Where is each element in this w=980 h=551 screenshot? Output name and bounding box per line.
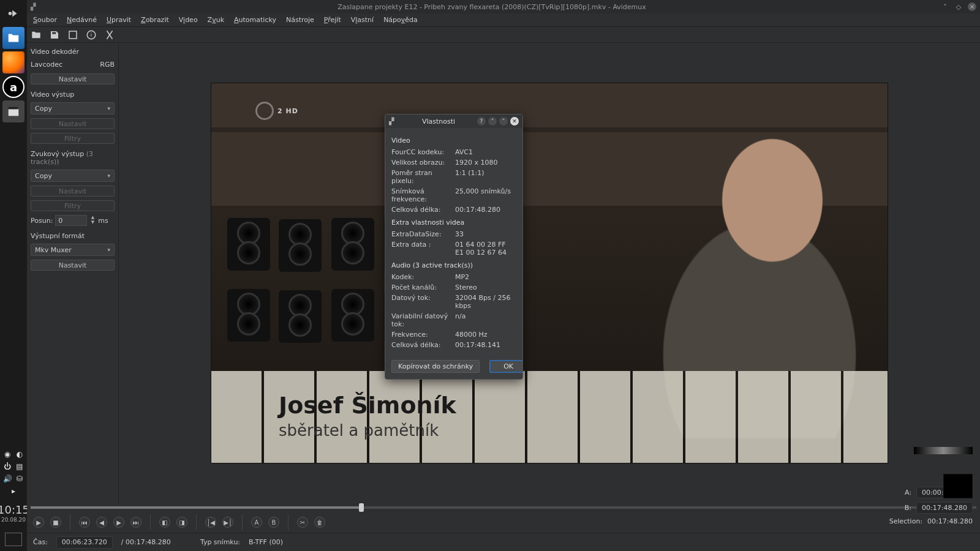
video-app-launcher[interactable] bbox=[2, 100, 24, 122]
delete-button[interactable]: 🗑 bbox=[314, 517, 325, 528]
timeline-handle[interactable] bbox=[359, 503, 364, 512]
video-decoder-title: Video dekodér bbox=[31, 48, 115, 56]
export-icon[interactable] bbox=[67, 29, 78, 40]
property-row: Kodek:MP2 bbox=[391, 272, 516, 282]
statusbar: Čas: 00:06:23.720 / 00:17:48.280 Typ sní… bbox=[27, 533, 980, 551]
output-format-configure-button[interactable]: Nastavit bbox=[31, 260, 115, 271]
property-key: Variabilní datový tok: bbox=[391, 311, 455, 329]
property-value: 48000 Hz bbox=[455, 329, 516, 340]
menu-nastroje[interactable]: Nástroje bbox=[282, 14, 318, 26]
disk-tray-icon[interactable]: ⛁ bbox=[15, 474, 24, 483]
go-end-button[interactable]: ▶│ bbox=[222, 517, 233, 528]
menu-soubor[interactable]: Soubor bbox=[29, 14, 61, 26]
property-key: Počet kanálů: bbox=[391, 282, 455, 293]
property-value: 1920 x 1080 bbox=[455, 157, 516, 168]
avidemux-launcher[interactable]: a bbox=[2, 76, 24, 98]
property-key: Frekvence: bbox=[391, 329, 455, 340]
taskbar-clock[interactable]: 10:15 20.08.20 bbox=[0, 503, 29, 524]
next-keyframe-button[interactable]: ⏭ bbox=[130, 517, 141, 528]
caption-role: sběratel a pamětník bbox=[279, 421, 456, 440]
window-titlebar[interactable]: ▞ Zaslapane projekty E12 - Pribeh zvany … bbox=[27, 0, 980, 13]
menu-nedavne[interactable]: Nedávné bbox=[63, 14, 100, 26]
menu-prejit[interactable]: Přejít bbox=[320, 14, 345, 26]
stop-button[interactable]: ■ bbox=[50, 517, 61, 528]
save-video-icon[interactable] bbox=[49, 29, 60, 40]
clipboard-tray-icon[interactable]: ▤ bbox=[15, 462, 24, 471]
shift-label: Posun: bbox=[31, 217, 53, 225]
audio-output-select[interactable]: Copy▾ bbox=[31, 170, 115, 182]
firefox-launcher[interactable] bbox=[2, 51, 24, 73]
open-file-icon[interactable] bbox=[31, 29, 42, 40]
frame-type-label: Typ snímku: bbox=[200, 538, 240, 546]
svg-rect-2 bbox=[52, 32, 56, 34]
next-frame-button[interactable]: ▶ bbox=[113, 517, 124, 528]
set-a-button[interactable]: A bbox=[251, 517, 262, 528]
cut-button[interactable]: ✂ bbox=[297, 517, 308, 528]
property-value: n/a bbox=[455, 311, 516, 329]
dialog-close-button[interactable]: ✕ bbox=[510, 117, 519, 126]
menu-upravit[interactable]: Upravit bbox=[103, 14, 135, 26]
audio-output-title: Zvukový výstup (3 track(s)) bbox=[31, 150, 115, 166]
volume-tray-icon[interactable]: 🔊 bbox=[3, 474, 12, 483]
sidebar: Video dekodér Lavcodec RGB Nastavit Vide… bbox=[27, 43, 119, 503]
go-start-button[interactable]: │◀ bbox=[205, 517, 216, 528]
copy-to-clipboard-button[interactable]: Kopírovat do schránky bbox=[391, 360, 480, 373]
selection-label: Selection: bbox=[889, 517, 922, 525]
audio-output-configure-button: Nastavit bbox=[31, 186, 115, 197]
expand-tray-icon[interactable]: ▸ bbox=[9, 487, 18, 495]
time-current[interactable]: 00:06:23.720 bbox=[56, 536, 113, 549]
property-key: Kodek: bbox=[391, 272, 455, 282]
shift-input[interactable] bbox=[55, 215, 87, 226]
property-value: 32004 Bps / 256 kbps bbox=[455, 293, 516, 311]
next-black-button[interactable]: ◨ bbox=[176, 517, 187, 528]
ok-button[interactable]: OK bbox=[489, 360, 523, 373]
video-output-select[interactable]: Copy▾ bbox=[31, 102, 115, 114]
decoder-configure-button[interactable]: Nastavit bbox=[31, 73, 115, 84]
prev-keyframe-button[interactable]: ⏮ bbox=[79, 517, 90, 528]
power-tray-icon[interactable]: ⏻ bbox=[3, 462, 12, 471]
playback-controls: ▶ ■ ⏮ ◀ ▶ ⏭ ◧ ◨ │◀ ▶│ A B ✂ 🗑 bbox=[27, 512, 980, 533]
minimize-button[interactable]: ˅ bbox=[941, 2, 949, 11]
rss-tray-icon[interactable]: ◉ bbox=[3, 450, 12, 459]
menu-automaticky[interactable]: Automaticky bbox=[230, 14, 280, 26]
show-desktop-button[interactable] bbox=[5, 533, 22, 546]
decoder-label-left: Lavcodec bbox=[31, 61, 62, 69]
time-label: Čas: bbox=[33, 538, 48, 546]
close-button[interactable]: ✕ bbox=[968, 2, 976, 11]
property-key: Celková délka: bbox=[391, 204, 455, 215]
set-b-button[interactable]: B bbox=[268, 517, 279, 528]
desktop-taskbar: a ◉ ◐ ⏻ ▤ 🔊 ⛁ ▸ 10:15 20.08.20 bbox=[0, 0, 27, 551]
menu-zvuk[interactable]: Zvuk bbox=[204, 14, 228, 26]
info-icon[interactable]: i bbox=[86, 29, 97, 40]
property-key: Extra data : bbox=[391, 239, 455, 258]
dialog-shade-down-button[interactable]: ˅ bbox=[488, 117, 497, 126]
menu-zobrazit[interactable]: Zobrazit bbox=[137, 14, 173, 26]
preview-thumbnail bbox=[943, 474, 973, 498]
dialog-help-button[interactable]: ? bbox=[477, 117, 486, 126]
svg-rect-1 bbox=[9, 109, 19, 116]
maximize-button[interactable]: ◇ bbox=[954, 2, 963, 11]
start-menu-button[interactable] bbox=[2, 2, 24, 24]
video-output-title: Video výstup bbox=[31, 91, 115, 99]
output-format-select[interactable]: Mkv Muxer▾ bbox=[31, 244, 115, 256]
shift-down-icon[interactable]: ▼ bbox=[89, 220, 96, 225]
menu-napoveda[interactable]: Nápověda bbox=[380, 14, 421, 26]
chevron-down-icon: ▾ bbox=[107, 173, 110, 179]
menu-vlastni[interactable]: Vlastní bbox=[347, 14, 377, 26]
prev-frame-button[interactable]: ◀ bbox=[96, 517, 107, 528]
play-button[interactable]: ▶ bbox=[33, 517, 44, 528]
property-value: 00:17:48.280 bbox=[455, 204, 516, 215]
file-manager-launcher[interactable] bbox=[2, 27, 24, 49]
globe-tray-icon[interactable]: ◐ bbox=[15, 450, 24, 459]
property-value: 25,000 snímků/s bbox=[455, 186, 516, 204]
prev-black-button[interactable]: ◧ bbox=[159, 517, 170, 528]
output-format-value: Mkv Muxer bbox=[35, 246, 72, 254]
calculator-icon[interactable] bbox=[104, 29, 115, 40]
menu-video[interactable]: Video bbox=[175, 14, 202, 26]
video-output-value: Copy bbox=[35, 105, 52, 113]
dialog-shade-up-button[interactable]: ˄ bbox=[499, 117, 508, 126]
chevron-down-icon: ▾ bbox=[107, 105, 110, 111]
timeline[interactable] bbox=[31, 503, 976, 512]
shift-unit: ms bbox=[98, 217, 108, 225]
dialog-titlebar[interactable]: ▞ Vlastnosti ? ˅ ˄ ✕ bbox=[385, 114, 522, 128]
